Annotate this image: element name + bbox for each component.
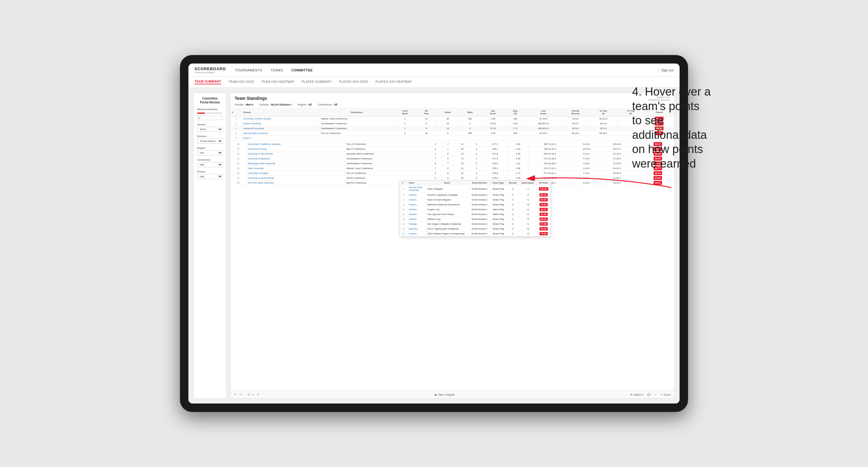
table-row[interactable]: 2 Auburn University Southeastern Confere… xyxy=(230,121,675,126)
tab-player-summary[interactable]: PLAYER SUMMARY xyxy=(302,80,332,84)
table-row[interactable]: 4 Arizona State University Pac-12 Confer… xyxy=(230,131,675,136)
table-row[interactable]: 25 University of North Florida ASUN Conf… xyxy=(230,176,675,181)
watch-label: Watch xyxy=(633,393,641,396)
filter-division: Division NCAA Division I xyxy=(197,135,223,144)
tab-team-h2h-heatmap[interactable]: TEAM H2H HEATMAP xyxy=(261,80,294,84)
cell-rnds: 23 xyxy=(436,121,459,126)
cell-adj-score: 272.6 xyxy=(481,126,505,131)
undo-icon[interactable]: ↩ xyxy=(234,393,237,397)
watch-button[interactable]: 👁 Watch ▾ xyxy=(630,393,644,396)
feedback-icon: 💬 xyxy=(647,393,651,396)
app-logo-sub: Powered by clippd xyxy=(194,71,226,74)
filter-min-rounds-label: Minimum Rounds xyxy=(197,108,223,111)
cell-rank: 5 xyxy=(230,136,242,141)
gender-filter-item: Gender: Men's xyxy=(235,103,253,106)
col-wins: Wins xyxy=(459,108,481,117)
cell-rank: 3 xyxy=(230,126,242,131)
cell-conference: Southeastern Conference xyxy=(319,121,394,126)
col-school: School xyxy=(242,108,319,117)
tablet-shell: SCOREBOARD Powered by clippd TOURNAMENTS… xyxy=(180,55,688,412)
table-row[interactable]: 19 University of Texas Big 12 Conference… xyxy=(230,147,675,152)
conference-filter-item: Conference: All xyxy=(317,103,337,106)
filter-school: School (All) xyxy=(197,170,223,179)
tab-player-h2h-grid[interactable]: PLAYER H2H GRID xyxy=(339,80,368,84)
cell-school: Auburn University xyxy=(242,121,319,126)
nav-committee[interactable]: COMMITTEE xyxy=(291,68,313,72)
cell-conf-rank: 2 xyxy=(394,131,416,136)
table-row[interactable]: 5 Texas T... xyxy=(230,136,675,141)
tab-player-h2h-heatmap[interactable]: PLAYER H2H HEATMAP xyxy=(375,80,412,84)
cell-school: Texas T... xyxy=(242,136,319,141)
filter-display-row: Gender: Men's Division: NCAA Division I … xyxy=(235,103,670,106)
school-select[interactable]: (All) xyxy=(197,174,223,179)
cell-no-tour: 10 xyxy=(416,117,437,121)
popup-col-rank-impact: Rank Impact xyxy=(519,181,536,185)
tab-team-h2h-grid[interactable]: TEAM H2H GRID xyxy=(228,80,254,84)
col-vs25: Vs Top25 xyxy=(589,108,617,117)
table-header-row: # School Conference ConfRank NoTour Rnds… xyxy=(230,108,675,117)
popup-cell-num: 6 xyxy=(400,185,407,193)
paint-icon[interactable]: ✏ xyxy=(252,393,254,396)
redo-icon[interactable]: ↪ xyxy=(239,393,242,397)
table-row[interactable]: 21 University of Alabama Southeastern Co… xyxy=(230,156,675,161)
col-adj-score: Adj.Score xyxy=(481,108,505,117)
table-row[interactable]: 23 Duke University Atlantic Coast Confer… xyxy=(230,166,675,171)
popup-row: 12 Florida I... The Cypress Point Classi… xyxy=(400,212,551,217)
cell-overall: 29-4-0 xyxy=(561,121,589,126)
cell-conf-rank: 2 xyxy=(394,126,416,131)
division-select[interactable]: NCAA Division I xyxy=(197,138,223,144)
sign-out-link[interactable]: Sign out xyxy=(661,68,674,72)
cell-rank: 2 xyxy=(230,121,242,126)
table-row-highlighted[interactable]: 3 Vanderbilt University Southeastern Con… xyxy=(230,126,675,131)
resize-button[interactable]: ⤢ xyxy=(654,393,657,396)
min-rounds-input[interactable] xyxy=(197,116,223,120)
filter-min-rounds: Minimum Rounds xyxy=(197,108,223,120)
sub-nav: TEAM SUMMARY TEAM H2H GRID TEAM H2H HEAT… xyxy=(188,77,680,88)
cell-adj-score: 272.3 xyxy=(481,121,505,126)
cell-school: University of North Carolina xyxy=(242,117,319,121)
filter-conference: Conference (All) xyxy=(197,158,223,167)
share-button[interactable]: ↗ Share xyxy=(660,393,671,396)
gender-select[interactable]: Men's xyxy=(197,127,223,132)
region-select[interactable]: N/A xyxy=(197,150,223,155)
cell-conference: Pac-12 Conference xyxy=(319,131,394,136)
cell-avg-sg: 2.73 xyxy=(505,126,526,131)
cell-avg-sg: 262 xyxy=(505,117,526,121)
conference-select[interactable]: (All) xyxy=(197,162,223,167)
popup-cell-points[interactable]: 110.63 xyxy=(536,185,551,193)
table-row[interactable]: 22 Mississippi State University Southeas… xyxy=(230,161,675,166)
filter-school-label: School xyxy=(197,170,223,173)
cell-wins: 262 xyxy=(459,117,481,121)
tab-team-summary[interactable]: TEAM SUMMARY xyxy=(194,80,221,84)
popup-row: 6 Arizona StateUniversity Cato Collegiat… xyxy=(400,185,551,193)
slider-track[interactable] xyxy=(197,113,223,114)
share-label: Share xyxy=(663,393,671,396)
view-original-btn[interactable]: ▶ View: Original xyxy=(435,393,455,396)
table-row[interactable]: 1 University of North Carolina Atlantic … xyxy=(230,117,675,121)
feedback-button[interactable]: 💬 xyxy=(647,393,651,396)
nav-teams[interactable]: TEAMS xyxy=(271,68,283,72)
table-row[interactable]: 18 University of California, Berkeley Pa… xyxy=(230,142,675,147)
popup-cell-rank-impact: -1 xyxy=(519,185,536,193)
cell-overall: 29-5-0 xyxy=(561,126,589,131)
cell-vs25: 35-4-0 xyxy=(589,121,617,126)
popup-col-team: Team xyxy=(407,181,425,185)
table-container: # School Conference ConfRank NoTour Rnds… xyxy=(230,108,675,391)
cell-conference: Atlantic Coast Conference xyxy=(319,117,394,121)
cell-no-tour: 9 xyxy=(416,121,437,126)
table-row[interactable]: 24 University of Oregon Pac-12 Conferenc… xyxy=(230,171,675,176)
cell-vs25: 58-24-1 xyxy=(589,131,617,136)
cell-conf-rank: 1 xyxy=(394,121,416,126)
standings-table-cont: 18 University of California, Berkeley Pa… xyxy=(230,142,675,185)
cell-low-score: 269 63-5-0 xyxy=(526,126,561,131)
cell-overall: 33-19-1 xyxy=(561,131,589,136)
nav-tournaments[interactable]: TOURNAMENTS xyxy=(235,68,262,72)
popup-col-hash: # xyxy=(400,181,407,185)
annotation-container: 4. Hover over ateam's pointsto seeadditi… xyxy=(632,85,802,171)
forward-icon[interactable]: › xyxy=(244,393,245,396)
col-avg-sg: Avg.SG xyxy=(505,108,526,117)
popup-row: 9 Univers... National Invitational Tourn… xyxy=(400,203,551,207)
clock-icon[interactable]: ⏱ xyxy=(257,393,259,396)
copy-icon[interactable]: ⧉ xyxy=(248,393,249,396)
table-row[interactable]: 20 University of New Mexico Mountain Wes… xyxy=(230,152,675,156)
